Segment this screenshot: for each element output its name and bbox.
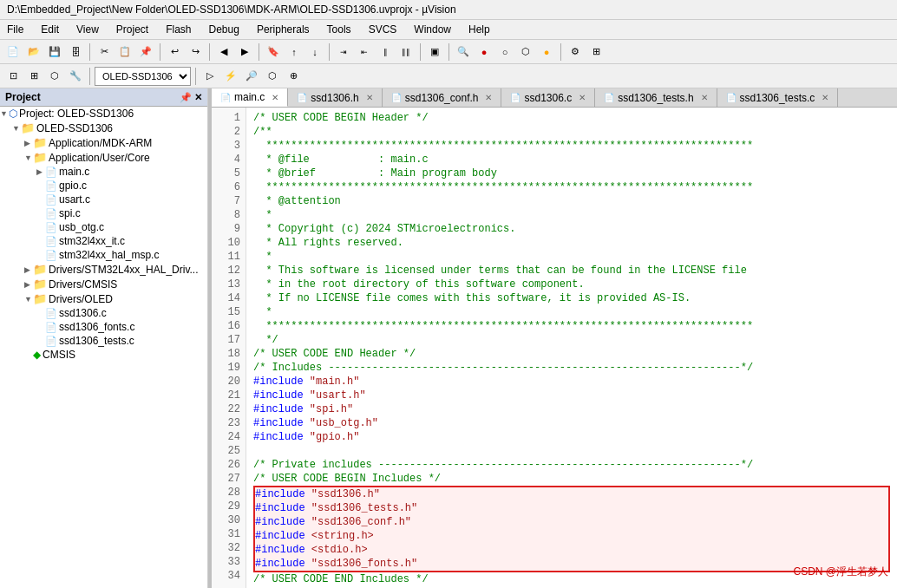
code-line-8: * bbox=[253, 208, 890, 222]
tab-label: ssd1306_tests.h bbox=[618, 92, 693, 104]
misc-btn1[interactable]: ⚙ bbox=[566, 42, 585, 62]
cut-btn[interactable]: ✂ bbox=[95, 42, 114, 62]
toolbar2-btn9[interactable]: ⊕ bbox=[284, 67, 303, 86]
tree-item-drivers_oled[interactable]: ▼📁Drivers/OLED bbox=[0, 291, 207, 306]
menu-svcs[interactable]: SVCS bbox=[365, 22, 401, 37]
line-num-10: 10 bbox=[215, 236, 240, 250]
prev-bookmark-btn[interactable]: ↑ bbox=[285, 42, 304, 62]
debug-stop-btn[interactable]: ○ bbox=[495, 42, 514, 62]
open-btn[interactable]: 📂 bbox=[24, 42, 43, 62]
menu-flash[interactable]: Flash bbox=[162, 22, 194, 37]
toolbar2-btn8[interactable]: ⬡ bbox=[263, 67, 282, 86]
toolbar2-btn4[interactable]: 🔧 bbox=[66, 67, 85, 86]
toolbar2-btn5[interactable]: ▷ bbox=[200, 67, 219, 86]
toolbar2-btn7[interactable]: 🔎 bbox=[242, 67, 261, 86]
tab-ssd1306-tests-h[interactable]: 📄ssd1306_tests.h✕ bbox=[595, 88, 717, 107]
tree-item-ssd1306_fonts[interactable]: 📄ssd1306_fonts.c bbox=[0, 320, 207, 334]
tab-ssd1306-tests-c[interactable]: 📄ssd1306_tests.c✕ bbox=[717, 88, 839, 107]
line-num-23: 23 bbox=[215, 416, 240, 430]
main-content: Project 📌 ✕ ▼⬡Project: OLED-SSD1306▼📁OLE… bbox=[0, 88, 897, 588]
indent-btn[interactable]: ⇥ bbox=[334, 42, 353, 62]
line-num-12: 12 bbox=[215, 264, 240, 278]
nav-back-btn[interactable]: ◀ bbox=[214, 42, 233, 62]
toolbar2-btn3[interactable]: ⬡ bbox=[45, 67, 64, 86]
menu-edit[interactable]: Edit bbox=[37, 22, 62, 37]
paste-btn[interactable]: 📌 bbox=[136, 42, 155, 62]
toolbar2-btn6[interactable]: ⚡ bbox=[221, 67, 240, 86]
toolbar2-btn2[interactable]: ⊞ bbox=[24, 67, 43, 86]
debug-run-btn[interactable]: ● bbox=[475, 42, 494, 62]
debug-btn3[interactable]: ● bbox=[537, 42, 556, 62]
tab-close-btn[interactable]: ✕ bbox=[701, 93, 708, 102]
tree-label: Application/MDK-ARM bbox=[49, 137, 152, 149]
tree-item-root[interactable]: ▼⬡Project: OLED-SSD1306 bbox=[0, 107, 207, 121]
save-btn[interactable]: 💾 bbox=[45, 42, 64, 62]
tab-close-btn[interactable]: ✕ bbox=[366, 93, 373, 102]
tree-item-app_mdk[interactable]: ▶📁Application/MDK-ARM bbox=[0, 135, 207, 150]
bookmark-btn[interactable]: 🔖 bbox=[264, 42, 283, 62]
menu-tools[interactable]: Tools bbox=[324, 22, 355, 37]
debug-btn2[interactable]: ⬡ bbox=[516, 42, 535, 62]
menu-help[interactable]: Help bbox=[465, 22, 494, 37]
line-num-33: 33 bbox=[215, 555, 240, 569]
tab-label: main.c bbox=[234, 91, 265, 103]
next-bookmark-btn[interactable]: ↓ bbox=[305, 42, 324, 62]
tab-close-btn[interactable]: ✕ bbox=[579, 93, 586, 102]
undo-btn[interactable]: ↩ bbox=[165, 42, 184, 62]
tree-item-stm32l4xx_it[interactable]: 📄stm32l4xx_it.c bbox=[0, 234, 207, 248]
save-all-btn[interactable]: 🗄 bbox=[66, 42, 85, 62]
tree-item-drivers_hal[interactable]: ▶📁Drivers/STM32L4xx_HAL_Driv... bbox=[0, 262, 207, 277]
tree-item-ssd1306_tests[interactable]: 📄ssd1306_tests.c bbox=[0, 334, 207, 348]
sep-7 bbox=[448, 43, 449, 61]
menu-window[interactable]: Window bbox=[410, 22, 455, 37]
tree-item-drivers_cmsis[interactable]: ▶📁Drivers/CMSIS bbox=[0, 277, 207, 291]
menu-project[interactable]: Project bbox=[113, 22, 152, 37]
redo-btn[interactable]: ↪ bbox=[186, 42, 205, 62]
tab-close-btn[interactable]: ✕ bbox=[272, 93, 278, 102]
menu-view[interactable]: View bbox=[73, 22, 102, 37]
tab-ssd1306-conf-h[interactable]: 📄ssd1306_conf.h✕ bbox=[383, 88, 502, 107]
misc-btn2[interactable]: ⊞ bbox=[586, 42, 606, 62]
new-file-btn[interactable]: 📄 bbox=[3, 42, 23, 62]
menu-peripherals[interactable]: Peripherals bbox=[253, 22, 313, 37]
tab-main-c[interactable]: 📄main.c✕ bbox=[212, 88, 288, 107]
search-btn[interactable]: 🔍 bbox=[454, 42, 473, 62]
target-dropdown[interactable]: OLED-SSD1306 bbox=[95, 67, 191, 86]
block-comment-btn[interactable]: ∥∥ bbox=[396, 42, 416, 62]
close-panel-icon[interactable]: ✕ bbox=[194, 92, 202, 103]
nav-fwd-btn[interactable]: ▶ bbox=[235, 42, 254, 62]
tab-ssd1306-c[interactable]: 📄ssd1306.c✕ bbox=[501, 88, 595, 107]
code-editor[interactable]: 1234567891011121314151617181920212223242… bbox=[212, 108, 897, 588]
code-line-30: #include "ssd1306_conf.h" bbox=[253, 515, 890, 529]
line-num-16: 16 bbox=[215, 319, 240, 333]
project-panel-controls[interactable]: 📌 ✕ bbox=[180, 92, 202, 103]
tab-ssd1306-h[interactable]: 📄ssd1306.h✕ bbox=[288, 88, 382, 107]
tree-label: spi.c bbox=[59, 207, 81, 219]
copy-btn[interactable]: 📋 bbox=[115, 42, 134, 62]
code-line-28: #include "ssd1306.h" bbox=[253, 486, 890, 501]
tree-item-ssd1306_c[interactable]: 📄ssd1306.c bbox=[0, 306, 207, 320]
toolbar2-btn1[interactable]: ⊡ bbox=[3, 67, 23, 86]
tree-item-gpio_c[interactable]: 📄gpio.c bbox=[0, 179, 207, 193]
tree-item-usart_c[interactable]: 📄usart.c bbox=[0, 193, 207, 206]
toggle-comment-btn[interactable]: ∥ bbox=[376, 42, 395, 62]
tree-item-main_c[interactable]: ▶📄main.c bbox=[0, 165, 207, 179]
sep-5 bbox=[329, 43, 330, 61]
menu-debug[interactable]: Debug bbox=[206, 22, 243, 37]
code-content[interactable]: /* USER CODE BEGIN Header *//** ********… bbox=[246, 108, 897, 588]
menu-file[interactable]: File bbox=[3, 22, 27, 37]
menu-bar: File Edit View Project Flash Debug Perip… bbox=[0, 20, 897, 40]
project-tree: ▼⬡Project: OLED-SSD1306▼📁OLED-SSD1306▶📁A… bbox=[0, 107, 207, 588]
outdent-btn[interactable]: ⇤ bbox=[355, 42, 374, 62]
tree-item-usb_otg_c[interactable]: 📄usb_otg.c bbox=[0, 220, 207, 234]
tree-item-spi_c[interactable]: 📄spi.c bbox=[0, 206, 207, 220]
tree-item-stm32l4xx_hal[interactable]: 📄stm32l4xx_hal_msp.c bbox=[0, 248, 207, 262]
tab-close-btn[interactable]: ✕ bbox=[822, 93, 828, 102]
tree-item-app_user[interactable]: ▼📁Application/User/Core bbox=[0, 150, 207, 165]
tab-close-btn[interactable]: ✕ bbox=[485, 93, 492, 102]
build-btn[interactable]: ▣ bbox=[425, 42, 444, 62]
pin-icon[interactable]: 📌 bbox=[180, 92, 192, 103]
tree-item-cmsis[interactable]: ◆CMSIS bbox=[0, 348, 207, 362]
tree-item-oled[interactable]: ▼📁OLED-SSD1306 bbox=[0, 121, 207, 135]
tab-label: ssd1306.c bbox=[524, 92, 572, 104]
